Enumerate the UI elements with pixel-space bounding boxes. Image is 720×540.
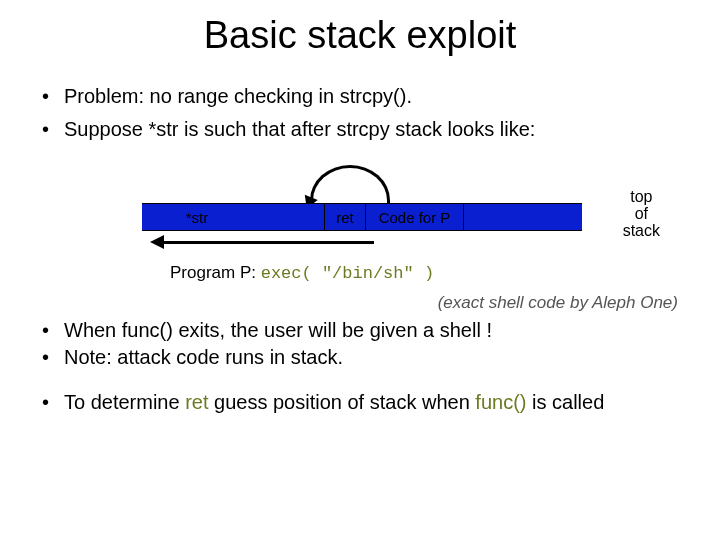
bullet-when-func-exits: When func() exits, the user will be give… bbox=[42, 319, 678, 342]
stack-row: *str ret Code for P bbox=[142, 203, 582, 231]
text: top bbox=[623, 189, 660, 206]
credit-line: (exact shell code by Aleph One) bbox=[0, 293, 720, 313]
text: To determine bbox=[64, 391, 185, 413]
text-ret: ret bbox=[185, 391, 208, 413]
top-of-stack-label: top of stack bbox=[623, 189, 660, 239]
text: Suppose bbox=[64, 118, 149, 140]
bullet-list-mid-wrap: When func() exits, the user will be give… bbox=[0, 319, 720, 369]
text: Problem: no range checking in bbox=[64, 85, 340, 107]
bullet-list-mid: When func() exits, the user will be give… bbox=[42, 319, 678, 369]
bullet-suppose: Suppose *str is such that after strcpy s… bbox=[42, 118, 678, 141]
text-func: func() bbox=[475, 391, 526, 413]
bullet-note: Note: attack code runs in stack. bbox=[42, 346, 678, 369]
bullet-list-last: To determine ret guess position of stack… bbox=[42, 391, 678, 414]
text: stack bbox=[623, 223, 660, 240]
overwrite-arrow-line bbox=[162, 241, 374, 244]
slide-body: Problem: no range checking in strcpy(). … bbox=[0, 57, 720, 291]
text: func() bbox=[122, 319, 173, 341]
text: *str bbox=[149, 118, 179, 140]
text: guess position of stack when bbox=[209, 391, 476, 413]
program-code: exec( "/bin/sh" ) bbox=[261, 264, 434, 283]
page-title: Basic stack exploit bbox=[0, 0, 720, 57]
program-p-line: Program P: exec( "/bin/sh" ) bbox=[170, 263, 434, 283]
program-label: Program P: bbox=[170, 263, 261, 282]
text: exits, the user will be given a shell ! bbox=[173, 319, 492, 341]
stack-seg-str: *str bbox=[142, 204, 252, 230]
text: is called bbox=[526, 391, 604, 413]
bullet-list-last-wrap: To determine ret guess position of stack… bbox=[0, 391, 720, 414]
text: strcpy bbox=[336, 118, 389, 140]
text: stack looks like: bbox=[390, 118, 536, 140]
text: is such that after bbox=[179, 118, 337, 140]
stack-seg-ret: ret bbox=[324, 204, 366, 230]
stack-seg-gap bbox=[252, 204, 324, 230]
text: of bbox=[623, 206, 660, 223]
bullet-determine-ret: To determine ret guess position of stack… bbox=[42, 391, 678, 414]
text: strcpy(). bbox=[340, 85, 412, 107]
bullet-list-top: Problem: no range checking in strcpy(). … bbox=[42, 85, 678, 141]
stack-diagram: *str ret Code for P top of stack Program… bbox=[42, 151, 678, 291]
stack-seg-code: Code for P bbox=[366, 204, 464, 230]
stack-seg-tail bbox=[464, 204, 582, 230]
text: When bbox=[64, 319, 122, 341]
overwrite-arrow-head bbox=[150, 235, 164, 249]
bullet-problem: Problem: no range checking in strcpy(). bbox=[42, 85, 678, 108]
